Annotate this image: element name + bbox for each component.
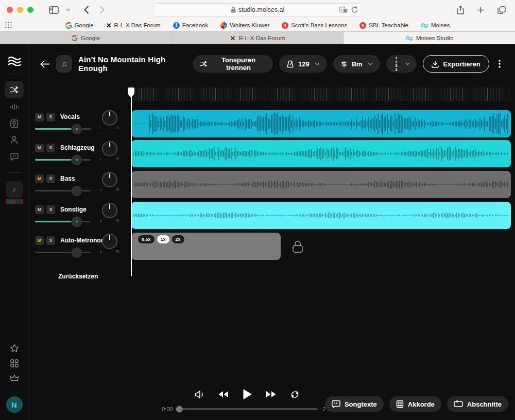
separate-stems-button[interactable]: Tonspuren trennen: [193, 55, 273, 73]
waveform-vocals[interactable]: [131, 110, 511, 137]
minimize-window-button[interactable]: [17, 7, 23, 13]
sidebar-item-profile[interactable]: [5, 132, 24, 148]
back-arrow-button[interactable]: [40, 60, 50, 68]
bookmarks-bar: Google ✕ R-L-X Das Forum f Facebook Wolt…: [0, 20, 515, 31]
waveform-schlagzeug[interactable]: [131, 140, 511, 167]
track-mixer: M S Vocals LR M S Schlagzeug LR M S Bass: [35, 111, 121, 266]
sidebar-item-waveform[interactable]: [5, 99, 24, 115]
chords-button[interactable]: Akkorde: [389, 396, 441, 412]
forward-button[interactable]: [96, 3, 108, 16]
solo-button[interactable]: S: [46, 236, 55, 245]
mute-button[interactable]: M: [35, 144, 44, 152]
sidebar-toggle-icon[interactable]: [46, 3, 62, 16]
new-tab-icon[interactable]: [474, 3, 487, 16]
pan-knob[interactable]: [102, 110, 117, 126]
solo-button[interactable]: S: [46, 144, 55, 152]
volume-button[interactable]: [195, 390, 204, 399]
volume-slider-thumb[interactable]: [72, 185, 82, 196]
speed-1x-button[interactable]: 1x: [157, 235, 169, 243]
close-window-button[interactable]: [7, 7, 13, 13]
share-icon[interactable]: [454, 3, 467, 16]
pan-knob[interactable]: [102, 203, 117, 218]
bookmark-sbl-teachable[interactable]: S SBL Teachable: [359, 22, 408, 29]
avatar-initial: N: [11, 400, 17, 409]
more-options-button[interactable]: [495, 60, 504, 68]
bookmark-scotts-bass-lessons[interactable]: S Scott's Bass Lessons: [282, 22, 347, 29]
progress-bar[interactable]: [178, 408, 317, 410]
fast-forward-button[interactable]: [266, 391, 277, 398]
tab-overview-icon[interactable]: [494, 3, 509, 16]
section-loop-icon: [454, 400, 463, 408]
pan-knob[interactable]: [102, 141, 117, 156]
play-button[interactable]: [243, 389, 252, 400]
speed-0.5x-button[interactable]: 0.5x: [138, 235, 154, 243]
tab-google[interactable]: Google: [0, 32, 172, 44]
volume-slider[interactable]: [35, 252, 91, 253]
mute-button[interactable]: M: [35, 113, 44, 121]
bookmark-moises[interactable]: Moises: [421, 22, 450, 28]
export-button[interactable]: Exportieren: [423, 55, 489, 73]
sidebar-item-metronome[interactable]: [5, 116, 24, 131]
bookmark-facebook[interactable]: f Facebook: [173, 22, 209, 29]
mute-button[interactable]: M: [35, 174, 44, 183]
pan-knob[interactable]: [102, 172, 117, 187]
volume-slider[interactable]: [35, 159, 91, 161]
split-icon: [200, 60, 207, 67]
sidebar-item-stem-separation[interactable]: [5, 81, 24, 98]
mixer-track-auto-metronom: M S Auto-Metronom LR: [35, 235, 121, 266]
kebab-icon: [499, 60, 501, 68]
solo-button[interactable]: S: [46, 174, 55, 183]
loop-button[interactable]: [290, 390, 300, 399]
user-avatar[interactable]: N: [6, 396, 23, 413]
bookmark-rlx-forum[interactable]: ✕ R-L-X Das Forum: [106, 22, 161, 29]
speed-2x-button[interactable]: 2x: [172, 235, 184, 243]
bookmark-google[interactable]: Google: [65, 22, 94, 29]
moises-studio-app: ♪ N ♫ Ain't No Mountain High Enough: [0, 44, 515, 420]
waveform-bass[interactable]: [131, 171, 511, 198]
sidebar-item-lyrics-chat[interactable]: [5, 149, 24, 164]
moises-logo[interactable]: [8, 56, 21, 66]
lyrics-button[interactable]: Songtexte: [325, 396, 384, 412]
volume-slider[interactable]: [35, 128, 91, 130]
rlx-icon: ✕: [230, 35, 236, 42]
volume-slider-thumb[interactable]: [72, 124, 82, 134]
pan-knob[interactable]: [102, 234, 117, 249]
bpm-button[interactable]: 129: [279, 55, 327, 73]
back-button[interactable]: [81, 3, 92, 16]
volume-slider[interactable]: [35, 190, 91, 191]
volume-slider[interactable]: [35, 221, 91, 222]
divider: [8, 172, 21, 173]
solo-button[interactable]: S: [46, 113, 55, 121]
waveform-sonstige[interactable]: [131, 202, 511, 229]
zoom-window-button[interactable]: [27, 7, 33, 13]
address-bar[interactable]: studio.moises.ai a: [153, 3, 362, 16]
reload-icon[interactable]: [351, 6, 358, 13]
volume-slider-thumb[interactable]: [72, 154, 82, 165]
current-song-thumbnail[interactable]: ♪: [6, 181, 23, 198]
frequently-visited-icon[interactable]: [5, 22, 12, 28]
bookmark-wolters-kluwer[interactable]: Wolters Kluwer: [220, 22, 269, 29]
favorites-star-icon[interactable]: [10, 344, 19, 353]
rewind-button[interactable]: [218, 391, 229, 398]
apps-grid-icon[interactable]: [10, 359, 19, 367]
time-signature-button[interactable]: 1 2 3 4: [386, 55, 417, 73]
volume-slider-thumb[interactable]: [72, 216, 82, 227]
solo-button[interactable]: S: [46, 205, 55, 214]
tab-rlx-forum[interactable]: ✕ R-L-X Das Forum: [172, 32, 344, 44]
waveform-auto-metronom[interactable]: 0.5x 1x 2x: [131, 233, 281, 260]
sections-button[interactable]: Abschnitte: [447, 396, 508, 412]
premium-crown-icon[interactable]: [10, 374, 19, 381]
mute-button[interactable]: M: [35, 236, 44, 245]
reset-mixer-button[interactable]: Zurücksetzen: [58, 273, 98, 280]
timeline-ruler[interactable]: [129, 87, 511, 101]
studio-header: ♫ Ain't No Mountain High Enough Tonspure…: [29, 54, 515, 74]
key-button[interactable]: Bm: [333, 55, 380, 73]
volume-slider-thumb[interactable]: [72, 247, 82, 258]
lock-icon[interactable]: [291, 240, 304, 253]
mixer-track-sonstige: M S Sonstige LR: [35, 204, 121, 235]
tab-moises-studio[interactable]: Moises Studio: [344, 32, 515, 44]
translate-icon[interactable]: a: [339, 7, 348, 13]
chevron-down-icon[interactable]: [63, 3, 74, 16]
progress-thumb[interactable]: [176, 406, 183, 413]
mute-button[interactable]: M: [35, 205, 44, 214]
